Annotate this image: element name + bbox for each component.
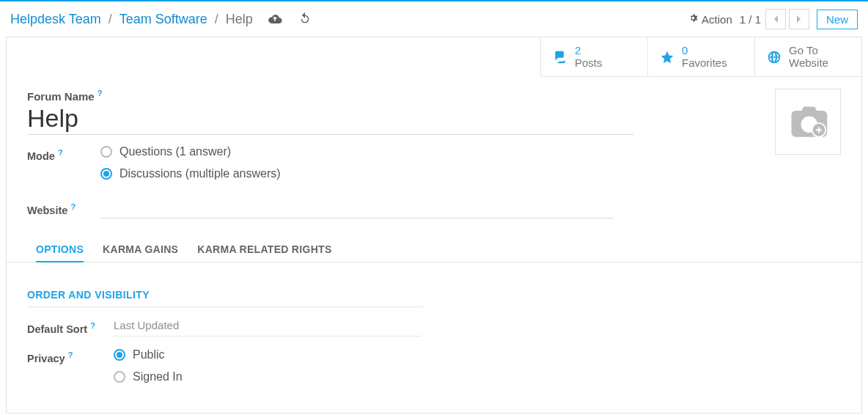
radio-label: Signed In [133, 370, 183, 383]
breadcrumb-mid-link[interactable]: Team Software [119, 12, 207, 27]
help-icon[interactable]: ? [68, 350, 73, 359]
help-icon[interactable]: ? [98, 89, 103, 98]
tab-options[interactable]: OPTIONS [36, 238, 84, 262]
undo-icon[interactable] [298, 12, 312, 27]
breadcrumb-current: Help [226, 12, 253, 27]
tab-karma-gains[interactable]: KARMA GAINS [103, 238, 178, 262]
action-menu[interactable]: Action [688, 12, 732, 26]
privacy-label: Privacy ? [27, 348, 114, 364]
breadcrumb-root-link[interactable]: Helpdesk Team [10, 12, 101, 27]
pager-count: 1 / 1 [740, 13, 761, 26]
help-icon[interactable]: ? [70, 202, 76, 211]
radio-label: Discussions (multiple answers) [119, 167, 281, 180]
breadcrumb-sep: / [108, 12, 112, 27]
forum-name-label: Forum Name ? [27, 90, 103, 103]
pager-next-button[interactable] [789, 9, 809, 29]
action-label: Action [702, 13, 732, 26]
breadcrumb: Helpdesk Team / Team Software / Help [10, 12, 312, 27]
privacy-radio-public[interactable]: Public [114, 348, 422, 361]
mode-radio-questions[interactable]: Questions (1 answer) [100, 145, 841, 158]
privacy-radio-signed-in[interactable]: Signed In [114, 370, 422, 383]
camera-plus-icon [786, 102, 830, 142]
mode-radio-discussions[interactable]: Discussions (multiple answers) [100, 167, 841, 180]
default-sort-select[interactable]: Last Updated [114, 319, 422, 337]
new-button[interactable]: New [817, 10, 858, 29]
help-icon[interactable]: ? [58, 148, 63, 157]
mode-label: Mode ? [27, 145, 100, 162]
website-input[interactable] [100, 199, 614, 218]
default-sort-label: Default Sort ? [27, 319, 114, 335]
section-order-visibility: ORDER AND VISIBILITY [27, 289, 423, 307]
radio-label: Public [133, 348, 165, 361]
form-card: 2 Posts 0 Favorites Go To Website Forum … [6, 37, 862, 414]
pager-prev-button[interactable] [765, 9, 786, 29]
website-label: Website ? [27, 199, 100, 216]
tab-karma-rights[interactable]: KARMA RELATED RIGHTS [197, 238, 331, 262]
forum-name-input[interactable]: Help [27, 103, 634, 135]
cloud-upload-icon[interactable] [268, 12, 282, 27]
breadcrumb-sep: / [215, 12, 218, 27]
image-upload[interactable] [775, 89, 841, 155]
gear-icon [688, 12, 699, 26]
radio-label: Questions (1 answer) [119, 145, 231, 158]
help-icon[interactable]: ? [90, 321, 95, 330]
